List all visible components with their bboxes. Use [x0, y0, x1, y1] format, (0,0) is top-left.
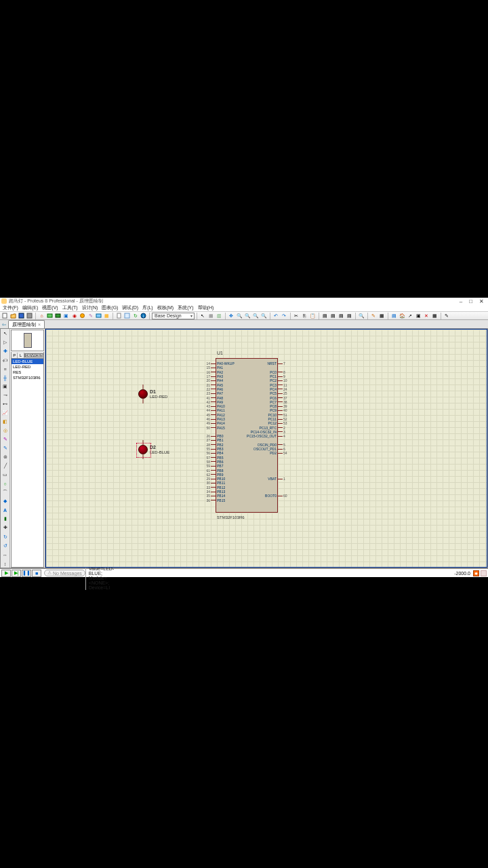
refresh-button[interactable]: ↻	[131, 312, 139, 319]
status-notif-button[interactable]: ✱	[473, 570, 479, 576]
menu-file[interactable]: 文件(F)	[3, 304, 18, 311]
status-settings-button[interactable]	[481, 570, 487, 576]
messages-indicator[interactable]: ⚠ No Messages	[44, 570, 85, 576]
new-sheet-button[interactable]	[115, 312, 123, 319]
pick-p-button[interactable]: P	[12, 353, 18, 358]
menu-tools[interactable]: 工具(T)	[62, 304, 78, 311]
menu-system[interactable]: 系统(Y)	[178, 304, 193, 311]
menu-template[interactable]: 模板(M)	[157, 304, 174, 311]
pick-l-button[interactable]: L	[18, 353, 24, 358]
box-2d-tool[interactable]: ▭	[1, 471, 9, 479]
pcb-button[interactable]	[54, 312, 62, 319]
netlist-button[interactable]: 🏠	[399, 312, 406, 319]
zoom-in-button[interactable]: 🔍	[236, 312, 243, 319]
device-list[interactable]: LED-BLUE LED-RED RES STM32F103R6	[11, 359, 44, 568]
maximize-button[interactable]: □	[469, 298, 472, 304]
block-delete-button[interactable]: ▤	[346, 312, 353, 319]
menu-debug[interactable]: 调试(D)	[122, 304, 138, 311]
probe-v-tool[interactable]: ✎	[1, 435, 9, 443]
device-item-stm32[interactable]: STM32F103R6	[12, 375, 43, 380]
device-item-led-red[interactable]: LED-RED	[12, 364, 43, 370]
tab-prev-button[interactable]: ⇦	[1, 321, 7, 328]
cursor-button[interactable]: ↖	[199, 312, 207, 319]
zoom-area-button[interactable]: 🔍	[260, 312, 268, 319]
tape-tool[interactable]: ◧	[1, 418, 9, 426]
device-item-res[interactable]: RES	[12, 370, 43, 375]
wrench-button[interactable]: ✎	[443, 312, 451, 319]
pick-button[interactable]: 🔍	[358, 312, 365, 319]
cut-button[interactable]: ✂	[293, 312, 300, 319]
wire-label-tool[interactable]: 🏷	[1, 356, 9, 364]
selection-tool[interactable]: ↖	[1, 330, 9, 338]
open-file-button[interactable]	[9, 312, 17, 319]
component-u1[interactable]: U1 14PA0-WKUP15PA116PA217PA320PA421PA522…	[216, 358, 278, 513]
line-2d-tool[interactable]: ╱	[1, 462, 9, 470]
home-button[interactable]: ⌂	[38, 312, 45, 319]
block-move-button[interactable]: ▤	[329, 312, 337, 319]
menu-help[interactable]: 帮助(H)	[198, 304, 214, 311]
property-button[interactable]: ✎	[370, 312, 378, 319]
arena-button[interactable]	[95, 312, 102, 319]
schematic-tab[interactable]: 原理图绘制 ×	[8, 320, 45, 328]
close-project-button[interactable]	[26, 312, 33, 319]
minimize-button[interactable]: –	[460, 298, 462, 304]
menu-graph[interactable]: 图表(G)	[102, 304, 118, 311]
3d-button[interactable]: ▣	[62, 312, 70, 319]
gerber-button[interactable]: ◉	[70, 312, 78, 319]
circle-2d-tool[interactable]: ○	[1, 479, 9, 488]
bus-tool[interactable]: ╫	[1, 374, 9, 382]
redo-button[interactable]: ↷	[281, 312, 288, 319]
save-button[interactable]	[18, 312, 25, 319]
rotate-ccw-button[interactable]: ↺	[1, 542, 9, 550]
path-2d-tool[interactable]: ◆	[1, 497, 9, 505]
sim-step-button[interactable]: ▶|	[12, 570, 21, 577]
symbol-2d-tool[interactable]: ▮	[1, 515, 9, 523]
undo-button[interactable]: ↶	[272, 312, 280, 319]
device-pin-tool[interactable]: ⊷	[1, 400, 9, 408]
erc-button[interactable]: ✎	[87, 312, 94, 319]
grid-button[interactable]: ▦	[207, 312, 215, 319]
copy-button[interactable]: ⎘	[301, 312, 308, 319]
generator-tool[interactable]: ◎	[1, 427, 9, 435]
bom-export-button[interactable]: ▦	[431, 312, 439, 319]
block-rotate-button[interactable]: ▤	[338, 312, 345, 319]
flip-v-button[interactable]: ↕	[1, 559, 9, 568]
erc-run-button[interactable]: ▣	[415, 312, 422, 319]
info-button[interactable]: i	[140, 312, 147, 319]
schematic-canvas[interactable]: D1 LED-RED D2 LED-BLUE U1 14PA0-WKUP15PA…	[45, 329, 487, 568]
probe-i-tool[interactable]: ✎	[1, 444, 9, 452]
block-copy-button[interactable]: ▤	[321, 312, 329, 319]
tab-close-button[interactable]: ×	[38, 322, 41, 327]
zoom-out-button[interactable]: 🔍	[244, 312, 251, 319]
close-button[interactable]: ✕	[479, 298, 484, 304]
arc-2d-tool[interactable]: ⌒	[1, 488, 9, 496]
compile-button[interactable]: ▤	[390, 312, 398, 319]
component-tool[interactable]: ▷	[1, 338, 9, 347]
new-file-button[interactable]	[1, 312, 9, 319]
bom-button[interactable]	[79, 312, 86, 319]
schematic-button[interactable]	[46, 312, 54, 319]
annotate-button[interactable]: ↗	[407, 312, 414, 319]
sim-stop-button[interactable]: ■	[32, 570, 41, 577]
sim-pause-button[interactable]: ❚❚	[22, 570, 31, 577]
package-button[interactable]: ▦	[378, 312, 386, 319]
pan-button[interactable]: ✥	[228, 312, 235, 319]
device-item-led-blue[interactable]: LED-BLUE	[12, 359, 43, 364]
junction-tool[interactable]: ✚	[1, 347, 9, 355]
flip-h-button[interactable]: ↔	[1, 551, 9, 559]
menu-library[interactable]: 库(L)	[142, 304, 153, 311]
export-button[interactable]: ✕	[423, 312, 430, 319]
sim-play-button[interactable]: ▶	[1, 570, 11, 577]
design-dropdown[interactable]: Base Design	[152, 313, 195, 319]
component-d2[interactable]: D2 LED-BLUE	[138, 445, 169, 454]
list-button[interactable]	[123, 312, 131, 319]
component-d1[interactable]: D1 LED-RED	[138, 389, 167, 399]
layers-button[interactable]: ▥	[216, 312, 223, 319]
paste-button[interactable]: 📋	[309, 312, 317, 319]
instrument-tool[interactable]: ⊚	[1, 453, 9, 461]
marker-2d-tool[interactable]: ✚	[1, 524, 9, 532]
graph-tool[interactable]: 📈	[1, 409, 9, 417]
text-script-tool[interactable]: ≡	[1, 365, 9, 373]
terminal-tool[interactable]: ⊸	[1, 391, 9, 399]
note-button[interactable]: ▦	[103, 312, 110, 319]
